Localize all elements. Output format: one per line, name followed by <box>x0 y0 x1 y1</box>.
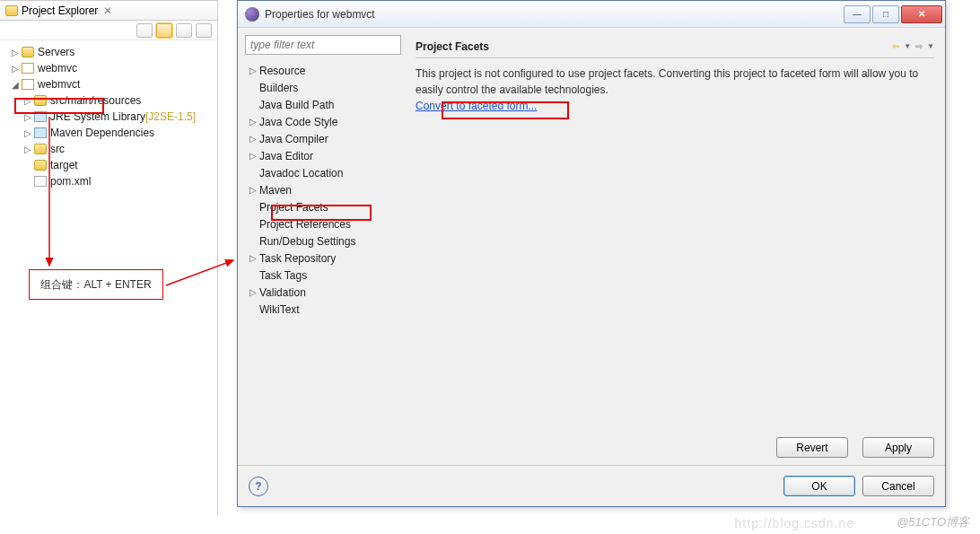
tree-item[interactable]: ▷Maven Dependencies <box>20 125 215 141</box>
tree-item[interactable]: target <box>20 157 215 173</box>
nav-item[interactable]: Javadoc Location <box>249 164 405 181</box>
expand-arrow-icon[interactable]: ▷ <box>23 96 32 106</box>
nav-label: Maven <box>259 184 292 197</box>
expand-arrow-icon[interactable]: ▷ <box>249 253 258 263</box>
folder-icon <box>34 144 47 154</box>
dialog-footer: ? OK Cancel <box>238 465 945 506</box>
link-editor-button[interactable] <box>156 23 172 38</box>
hint-box: 组合键：ALT + ENTER <box>29 269 163 300</box>
nav-label: Java Build Path <box>259 99 334 111</box>
section-title: Project Facets <box>416 40 889 53</box>
library-suffix: [J2SE-1.5] <box>145 110 196 123</box>
expand-arrow-icon[interactable]: ▷ <box>249 117 258 127</box>
expand-arrow-icon[interactable]: ▷ <box>23 144 32 154</box>
nav-item[interactable]: ▷Resource <box>249 62 405 79</box>
nav-item[interactable]: Project References <box>249 215 405 232</box>
nav-label: Javadoc Location <box>259 167 343 179</box>
maximize-button[interactable]: □ <box>872 5 899 23</box>
nav-label: Task Tags <box>259 269 307 282</box>
forward-icon[interactable]: ⇨ <box>913 40 925 53</box>
nav-item[interactable]: ▷Task Repository <box>249 249 405 267</box>
jar-icon <box>34 111 47 122</box>
tree-item[interactable]: ▷JRE System Library [J2SE-1.5] <box>20 109 215 125</box>
nav-label: Builders <box>259 82 298 94</box>
dialog-nav-pane: ▷ResourceBuildersJava Build Path▷Java Co… <box>238 28 408 465</box>
properties-dialog: Properties for webmvct — □ ✕ ▷ResourceBu… <box>237 0 946 507</box>
watermark-url: http://blog.csdn.ne <box>735 516 854 530</box>
nav-item[interactable]: ▷Maven <box>249 181 405 198</box>
nav-label: Java Code Style <box>259 116 337 128</box>
filter-input[interactable] <box>245 35 401 55</box>
dialog-titlebar[interactable]: Properties for webmvct — □ ✕ <box>238 1 945 28</box>
nav-item[interactable]: Task Tags <box>249 267 405 284</box>
expand-arrow-icon[interactable]: ▷ <box>249 151 258 161</box>
minimize-button[interactable]: — <box>844 5 871 23</box>
nav-label: Project References <box>259 218 351 231</box>
facets-description: This project is not configured to use pr… <box>416 66 934 98</box>
close-button[interactable]: ✕ <box>901 5 942 23</box>
tree-item[interactable]: ▷Servers <box>7 44 215 60</box>
expand-arrow-icon[interactable]: ▷ <box>249 185 258 195</box>
tree-item[interactable]: ▷webmvc <box>7 60 215 76</box>
tree-label: pom.xml <box>50 175 91 188</box>
folder-icon <box>34 160 47 171</box>
nav-item[interactable]: Java Build Path <box>249 96 405 113</box>
project-tree[interactable]: ▷Servers▷webmvc◢webmvct▷src/main/resourc… <box>0 40 217 193</box>
nav-item[interactable]: Run/Debug Settings <box>249 232 405 249</box>
expand-arrow-icon[interactable]: ▷ <box>11 64 20 74</box>
chevron-down-icon[interactable]: ▼ <box>904 42 911 50</box>
expand-arrow-icon[interactable]: ▷ <box>11 48 20 57</box>
collapse-all-button[interactable] <box>136 23 153 38</box>
expand-arrow-icon[interactable]: ▷ <box>249 134 258 144</box>
dialog-title: Properties for webmvct <box>265 8 843 21</box>
nav-item[interactable]: WikiText <box>249 301 405 318</box>
tree-label: target <box>50 159 78 171</box>
tree-label: src <box>50 143 65 155</box>
nav-label: Project Facets <box>259 201 328 214</box>
nav-label: Java Editor <box>259 150 313 162</box>
tree-item[interactable]: pom.xml <box>20 173 215 189</box>
chevron-down-icon[interactable]: ▼ <box>927 42 934 50</box>
nav-label: Task Repository <box>259 252 336 265</box>
nav-item[interactable]: ▷Validation <box>249 284 405 301</box>
help-button[interactable]: ? <box>249 477 268 496</box>
back-icon[interactable]: ⇦ <box>889 40 902 53</box>
right-pane: Project Facets ⇦▼ ⇨▼ This project is not… <box>408 28 945 465</box>
view-menu-button[interactable] <box>196 23 212 38</box>
tree-label: src/main/resources <box>50 94 141 107</box>
explorer-title: Project Explorer <box>22 4 98 17</box>
focus-task-button[interactable] <box>176 23 192 38</box>
revert-button[interactable]: Revert <box>776 437 848 458</box>
expand-arrow-icon[interactable]: ◢ <box>11 80 20 90</box>
tree-item[interactable]: ◢webmvct <box>7 76 215 92</box>
nav-item[interactable]: ▷Java Code Style <box>249 113 405 130</box>
expand-arrow-icon[interactable]: ▷ <box>249 287 258 297</box>
tree-item[interactable]: ▷src <box>20 141 215 157</box>
nav-tree[interactable]: ▷ResourceBuildersJava Build Path▷Java Co… <box>238 62 408 321</box>
expand-arrow-icon[interactable]: ▷ <box>23 112 32 122</box>
apply-buttons: Revert Apply <box>769 437 934 458</box>
apply-button[interactable]: Apply <box>862 437 934 458</box>
history-nav: ⇦▼ ⇨▼ <box>889 40 934 53</box>
dialog-body: ▷ResourceBuildersJava Build Path▷Java Co… <box>238 28 945 465</box>
nav-item[interactable]: Project Facets <box>249 198 405 215</box>
convert-link[interactable]: Convert to faceted form... <box>416 100 537 112</box>
nav-item[interactable]: ▷Java Editor <box>249 147 405 164</box>
ok-button[interactable]: OK <box>783 476 855 496</box>
nav-label: Run/Debug Settings <box>259 235 355 248</box>
nav-item[interactable]: Builders <box>249 79 405 96</box>
jar-icon <box>34 127 47 138</box>
pkg-icon <box>22 63 34 74</box>
folder-icon <box>5 5 18 16</box>
nav-label: Resource <box>259 65 305 77</box>
nav-item[interactable]: ▷Java Compiler <box>249 130 405 147</box>
expand-arrow-icon[interactable]: ▷ <box>249 66 258 75</box>
tree-item[interactable]: ▷src/main/resources <box>20 92 215 109</box>
cancel-button[interactable]: Cancel <box>862 476 934 496</box>
pkg-icon <box>22 79 34 90</box>
expand-arrow-icon[interactable]: ▷ <box>23 128 32 138</box>
nav-label: WikiText <box>259 303 300 316</box>
explorer-tab[interactable]: Project Explorer ✕ <box>0 1 217 21</box>
close-icon[interactable]: ✕ <box>103 4 112 17</box>
tree-label: webmvct <box>38 78 80 91</box>
